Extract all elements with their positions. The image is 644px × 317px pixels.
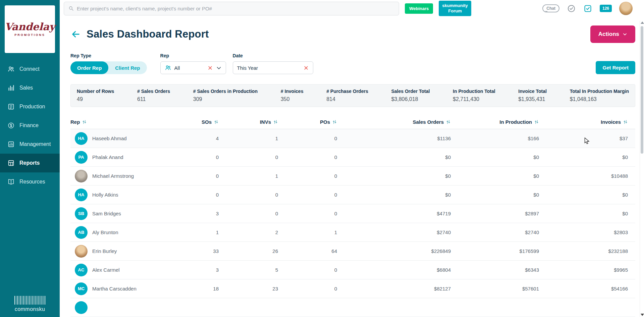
table-row-haseeb-ahmad[interactable]: HA Haseeb Ahmad 410$1136$166$37 [70,129,635,148]
sidebar-item-resources[interactable]: Resources [0,172,60,191]
cell-invs: 26 [219,248,278,254]
back-arrow-icon[interactable] [70,29,81,40]
rep-cell: MC Martha Carscadden [70,282,178,295]
cell-invoices: $0 [539,211,628,216]
client-rep-tab[interactable]: Client Rep [108,61,147,74]
summary-stats: Number of Rows 49 # Sales Orders 611 # S… [70,84,635,107]
stat-label: # Sales Orders in Production [193,89,258,94]
get-report-button[interactable]: Get Report [596,61,635,74]
avatar [75,301,88,314]
column-header-sos[interactable]: SOs [178,119,219,125]
search-icon [68,5,74,11]
clear-rep-icon[interactable] [207,65,213,71]
rep-chevron-down-icon[interactable] [216,65,222,71]
sort-icon[interactable] [273,119,278,124]
table-row-holly-atkins[interactable]: HA Holly Atkins 000$0$0$0 [70,186,635,204]
column-header-invoices[interactable]: Invoices [539,119,628,125]
table-row-phalak-anand[interactable]: PA Phalak Anand 000$0$0$0 [70,148,635,167]
scrollbar-thumb[interactable] [641,26,643,154]
rep-name: Alex Carmel [92,267,120,273]
topbar-icons: Chat 126 [542,2,633,15]
scroll-down-arrow[interactable] [641,314,644,316]
summary-stat-sales-orders-in-production: # Sales Orders in Production 309 [193,89,258,103]
date-input[interactable]: This Year [233,61,313,74]
cell-invoices: $232188 [539,248,628,254]
notification-count-badge[interactable]: 126 [600,5,612,12]
user-avatar[interactable] [619,2,633,15]
rep-name: Phalak Anand [92,154,123,160]
forum-label-line2: Forum [448,8,462,14]
cell-sos: 0 [178,154,219,160]
commonsku-label: commonsku [15,306,45,312]
app-root: Vandelay PROMOTIONS Connect Sales Produc… [0,0,644,317]
cell-pos: 0 [278,192,337,198]
rep-cell: HA Holly Atkins [70,189,178,201]
stat-value: 49 [77,96,114,102]
sidebar-item-label: Finance [19,122,39,128]
vertical-scrollbar[interactable] [640,21,644,317]
sort-icon[interactable] [332,119,337,124]
cell-pos: 0 [278,173,337,179]
table-row-partial[interactable] [70,298,635,317]
table-row-aly-brunton[interactable]: AB Aly Brunton 121$2740$2740$2803 [70,223,635,242]
column-header-invs[interactable]: INVs [219,119,278,125]
rep-name: Sam Bridges [92,211,121,216]
cell-sos: 33 [178,248,219,254]
cell-pos: 1 [278,229,337,235]
summary-stat-number-of-rows: Number of Rows 49 [77,89,114,103]
sidebar-item-reports[interactable]: Reports [0,154,60,172]
skummunity-forum-button[interactable]: skummunity Forum [439,1,471,16]
sidebar-item-sales[interactable]: Sales [0,78,60,97]
table-row-martha-carscadden[interactable]: MC Martha Carscadden 18230$82127$57601$5… [70,279,635,298]
column-header-sales-orders[interactable]: Sales Orders [337,119,451,125]
table-row-sam-bridges[interactable]: SB Sam Bridges 300$4719$2897$0 [70,204,635,223]
search-input[interactable] [77,6,395,11]
global-search[interactable] [64,2,399,15]
sort-icon[interactable] [623,119,628,124]
sort-icon[interactable] [534,119,539,124]
summary-stat-invoices: # Invoices 350 [281,89,304,103]
column-label: In Production [499,119,532,125]
sort-icon[interactable] [82,119,87,124]
webinars-button[interactable]: Webinars [405,3,433,14]
sidebar-item-connect[interactable]: Connect [0,60,60,78]
table-row-erin-burley[interactable]: Erin Burley 332664$226849$176599$232188 [70,242,635,261]
clock-check-icon[interactable] [567,4,576,13]
sidebar-item-management[interactable]: Management [0,135,60,154]
sidebar-item-label: Resources [19,179,45,185]
avatar-initials: PA [75,151,88,164]
rep-type-filter: Rep Type Order Rep Client Rep [70,53,147,74]
rep-label: Rep [160,53,226,58]
table-row-alex-carmel[interactable]: AC Alex Carmel 350$6804$6343$9965 [70,261,635,279]
tasks-icon[interactable] [583,4,592,13]
rep-name: Haseeb Ahmad [92,136,127,141]
column-header-rep[interactable]: Rep [70,119,178,125]
table-header: Rep SOs INVs POs Sales Orders In Product… [70,115,635,129]
order-rep-tab[interactable]: Order Rep [70,61,108,74]
commonsku-brand: commonsku [0,296,60,317]
page-header: Sales Dashboard Report Actions [70,25,635,43]
chat-icon[interactable]: Chat [542,4,559,12]
column-header-in-production[interactable]: In Production [451,119,539,125]
column-label: Sales Orders [413,119,444,125]
company-logo[interactable]: Vandelay PROMOTIONS [5,5,55,53]
date-value: This Year [237,65,300,71]
stat-value: 309 [193,96,258,102]
actions-button[interactable]: Actions [590,25,635,43]
cell-invoices: $2803 [539,229,628,235]
rep-cell: AC Alex Carmel [70,264,178,276]
sort-icon[interactable] [446,119,451,124]
cell-sales-orders: $4719 [337,211,451,216]
sidebar-item-finance[interactable]: Finance [0,116,60,135]
sort-icon[interactable] [214,119,219,124]
column-header-pos[interactable]: POs [278,119,337,125]
cell-sos: 0 [178,173,219,179]
column-label: INVs [260,119,271,125]
clear-date-icon[interactable] [303,65,309,71]
sidebar-item-production[interactable]: Production [0,97,60,116]
rep-select[interactable]: All [160,61,226,74]
cell-pos: 64 [278,248,337,254]
scroll-up-arrow[interactable] [641,21,644,24]
cell-sales-orders: $82127 [337,286,451,292]
table-row-michael-armstrong[interactable]: Michael Armstrong 010$0$0$10488 [70,167,635,186]
